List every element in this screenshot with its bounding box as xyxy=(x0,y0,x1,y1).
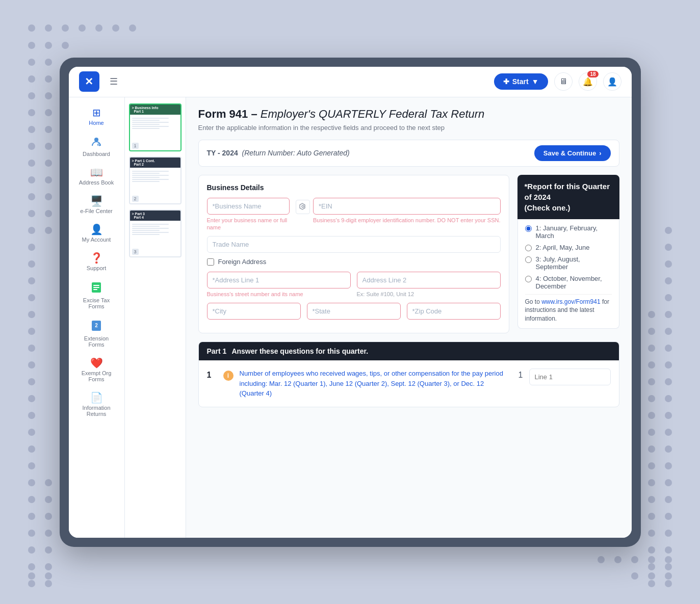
foreign-address-checkbox[interactable] xyxy=(207,258,214,266)
chevron-down-icon: ▼ xyxy=(532,77,539,86)
part1-line1-row: 1 i Number of employees who received wag… xyxy=(207,369,611,399)
city-input[interactable] xyxy=(207,303,301,320)
svg-point-0 xyxy=(94,138,98,142)
sidebar-item-home[interactable]: ⊞ Home xyxy=(73,103,119,130)
account-button[interactable]: 👤 xyxy=(603,72,621,91)
quarter-radio-4[interactable] xyxy=(525,276,532,282)
efile-icon: 🖥️ xyxy=(90,196,103,206)
sidebar-item-label-dashboard: Dashboard xyxy=(83,151,110,157)
notification-button[interactable]: 🔔 18 xyxy=(579,72,597,91)
thumbnail-3[interactable]: > Part 3 Part 4 3 xyxy=(129,209,182,257)
sidebar-item-label-extension: Extension Forms xyxy=(75,335,117,348)
address1-group: Business's street number and its name xyxy=(207,272,351,298)
svg-rect-4 xyxy=(93,285,99,286)
account-icon: 👤 xyxy=(90,224,103,234)
svg-rect-5 xyxy=(93,287,99,288)
thumb-header-2: > Part 1 Cont. Part 2 xyxy=(130,157,180,168)
sidebar-item-my-account[interactable]: 👤 My Account xyxy=(73,220,119,247)
state-group: *State xyxy=(307,303,401,320)
svg-rect-6 xyxy=(93,289,97,290)
save-continue-button[interactable]: Save & Continue › xyxy=(534,145,611,161)
form-layout: Business Details Enter your business nam… xyxy=(198,175,619,334)
sidebar-item-efile-center[interactable]: 🖥️ e-File Center xyxy=(73,192,119,218)
ty-bar: TY - 2024 (Return Number: Auto Generated… xyxy=(198,140,619,167)
app-body: ⊞ Home 2 Dashboard 📖 xyxy=(69,97,632,538)
foreign-address-label: Foreign Address xyxy=(218,258,267,266)
thumbnail-1[interactable]: > Business Info Part 1 1 xyxy=(129,103,182,151)
form-subtitle: Enter the applicable information in the … xyxy=(198,124,619,132)
sidebar-item-label-home: Home xyxy=(89,120,103,126)
quarter-radio-2[interactable] xyxy=(525,245,532,251)
sidebar-item-support[interactable]: ❓ Support xyxy=(73,249,119,275)
line1-input[interactable] xyxy=(529,369,611,385)
sidebar-item-label-account: My Account xyxy=(82,237,111,243)
screen-icon-button[interactable]: 🖥 xyxy=(554,72,573,91)
form-title: Form 941 – Employer's QUARTERLY Federal … xyxy=(198,108,619,121)
line1-info-icon[interactable]: i xyxy=(223,371,234,381)
main-content: > Business Info Part 1 1 > Part 1 C xyxy=(125,97,632,538)
user-circle-icon: 👤 xyxy=(607,77,617,87)
city-state-zip-row: *State xyxy=(207,303,501,320)
excise-tax-icon xyxy=(90,281,102,295)
svg-text:2: 2 xyxy=(95,323,98,328)
quarter-radio-3[interactable] xyxy=(525,256,532,263)
part1-section: Part 1 Answer these questions for this q… xyxy=(198,342,619,407)
quarter-radio-1[interactable] xyxy=(525,225,532,232)
business-details-card: Business Details Enter your business nam… xyxy=(198,175,509,334)
address2-input[interactable] xyxy=(357,272,501,288)
sidebar-item-information-returns[interactable]: 📄 Information Returns xyxy=(73,388,119,421)
ein-info-icon[interactable] xyxy=(296,200,310,214)
thumbnail-2[interactable]: > Part 1 Cont. Part 2 2 xyxy=(129,156,182,204)
address1-input[interactable] xyxy=(207,272,351,288)
plus-icon: ✚ xyxy=(503,77,509,86)
quarter-footer: Go to www.irs.gov/Form941 for instructio… xyxy=(525,294,612,323)
quarter-option-2: 2: April, May, June xyxy=(525,244,612,251)
sidebar: ⊞ Home 2 Dashboard 📖 xyxy=(69,97,125,538)
support-icon: ❓ xyxy=(90,253,103,263)
address2-hint: Ex: Suite #100, Unit 12 xyxy=(357,291,501,298)
quarter-option-1: 1: January, February, March xyxy=(525,224,612,240)
irs-link[interactable]: www.irs.gov/Form941 xyxy=(541,298,600,305)
thumb-num-3: 3 xyxy=(132,249,139,255)
sidebar-item-label-excise: Excise Tax Forms xyxy=(75,297,117,309)
thumb-header-3: > Part 3 Part 4 xyxy=(130,211,180,221)
bell-icon: 🔔 xyxy=(583,77,593,87)
sidebar-item-label-support: Support xyxy=(87,265,107,271)
ein-group: Business's 9-digit employer identificati… xyxy=(313,198,501,224)
address2-group: Ex: Suite #100, Unit 12 xyxy=(357,272,501,298)
info-returns-icon: 📄 xyxy=(90,392,103,403)
quarter-card: *Report for this Quarter of 2024(Check o… xyxy=(517,175,619,334)
form-title-dash: – xyxy=(248,108,257,120)
part1-line1-field-num: 1 xyxy=(513,371,523,380)
sidebar-item-exempt-org-forms[interactable]: ❤️ Exempt Org Forms xyxy=(73,354,119,386)
ein-input[interactable] xyxy=(313,198,501,215)
foreign-address-row: Foreign Address xyxy=(207,258,501,266)
quarter-options: 1: January, February, March 2: April, Ma… xyxy=(517,219,619,329)
ty-text: TY - 2024 (Return Number: Auto Generated… xyxy=(207,149,350,157)
quarter-label-3: 3: July, August, September xyxy=(536,255,612,271)
thumbnail-panel: > Business Info Part 1 1 > Part 1 C xyxy=(125,97,186,538)
dashboard-icon: 2 xyxy=(91,136,102,149)
sidebar-item-address-book[interactable]: 📖 Address Book xyxy=(73,163,119,190)
ein-hint: Business's 9-digit employer identificati… xyxy=(313,217,501,224)
start-button[interactable]: ✚ Start ▼ xyxy=(494,73,548,90)
extension-forms-icon: 2 xyxy=(90,320,102,333)
form-title-italic: Employer's QUARTERLY Federal Tax Return xyxy=(261,108,485,120)
trade-name-input[interactable] xyxy=(207,236,501,253)
sidebar-item-label-exempt: Exempt Org Forms xyxy=(75,370,117,382)
quarter-header: *Report for this Quarter of 2024(Check o… xyxy=(517,175,619,219)
business-name-input[interactable] xyxy=(207,198,290,215)
address-row: Business's street number and its name Ex… xyxy=(207,272,501,298)
address1-hint: Business's street number and its name xyxy=(207,291,351,298)
thumb-header-1: > Business Info Part 1 xyxy=(130,104,180,115)
thumb-num-1: 1 xyxy=(132,143,139,149)
sidebar-item-excise-tax-forms[interactable]: Excise Tax Forms xyxy=(73,277,119,313)
trade-name-row xyxy=(207,236,501,253)
app-logo[interactable]: ✕ xyxy=(79,71,99,92)
state-select[interactable]: *State xyxy=(307,303,401,320)
sidebar-item-extension-forms[interactable]: 2 Extension Forms xyxy=(73,316,119,352)
sidebar-item-dashboard[interactable]: 2 Dashboard xyxy=(73,132,119,161)
menu-icon[interactable]: ☰ xyxy=(110,76,118,87)
zip-input[interactable] xyxy=(407,303,501,320)
business-name-group: Enter your business name or full name xyxy=(207,198,290,231)
